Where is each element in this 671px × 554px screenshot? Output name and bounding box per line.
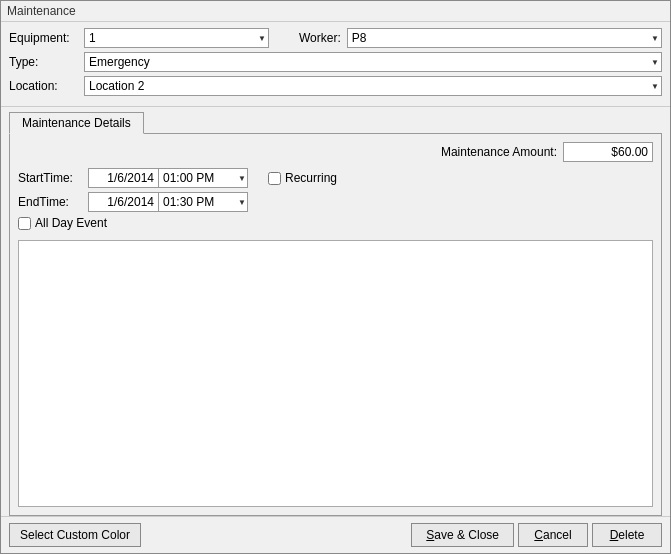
tab-maintenance-details[interactable]: Maintenance Details <box>9 112 144 134</box>
equipment-label: Equipment: <box>9 31 84 45</box>
type-label: Type: <box>9 55 84 69</box>
tab-label: Maintenance Details <box>22 116 131 130</box>
end-time-row: EndTime: 01:30 PM ▼ <box>18 192 653 212</box>
end-time-wrapper: 01:30 PM ▼ <box>158 192 248 212</box>
cancel-label: Cancel <box>534 528 571 542</box>
end-date-input[interactable] <box>88 192 158 212</box>
delete-button[interactable]: Delete <box>592 523 662 547</box>
save-close-label: Save & Close <box>426 528 499 542</box>
custom-color-label: Select Custom Color <box>20 528 130 542</box>
amount-input[interactable] <box>563 142 653 162</box>
worker-select[interactable]: P8 <box>347 28 662 48</box>
notes-textarea[interactable] <box>18 240 653 507</box>
bottom-right-buttons: Save & Close Cancel Delete <box>411 523 662 547</box>
form-area: Equipment: 1 ▼ Worker: P8 ▼ <box>1 22 670 107</box>
worker-select-wrapper: P8 ▼ <box>347 28 662 48</box>
all-day-label: All Day Event <box>35 216 107 230</box>
equipment-select[interactable]: 1 <box>84 28 269 48</box>
save-close-button[interactable]: Save & Close <box>411 523 514 547</box>
type-row: Type: Emergency ▼ <box>9 52 662 72</box>
start-time-wrapper: 01:00 PM ▼ <box>158 168 248 188</box>
custom-color-button[interactable]: Select Custom Color <box>9 523 141 547</box>
recurring-checkbox[interactable] <box>268 172 281 185</box>
main-window: Maintenance Equipment: 1 ▼ Worker: <box>0 0 671 554</box>
location-select[interactable]: Location 2 <box>84 76 662 96</box>
location-row: Location: Location 2 ▼ <box>9 76 662 96</box>
all-day-checkbox[interactable] <box>18 217 31 230</box>
window-title: Maintenance <box>1 1 670 22</box>
equipment-worker-row: Equipment: 1 ▼ Worker: P8 ▼ <box>9 28 662 48</box>
bottom-bar: Select Custom Color Save & Close Cancel … <box>1 516 670 553</box>
equipment-select-wrapper: 1 ▼ <box>84 28 269 48</box>
start-time-row: StartTime: 01:00 PM ▼ Recurring <box>18 168 653 188</box>
recurring-label: Recurring <box>285 171 337 185</box>
end-time-select[interactable]: 01:30 PM <box>158 192 248 212</box>
maintenance-amount-row: Maintenance Amount: <box>18 142 653 162</box>
end-time-label: EndTime: <box>18 195 88 209</box>
location-select-wrapper: Location 2 ▼ <box>84 76 662 96</box>
type-select-wrapper: Emergency ▼ <box>84 52 662 72</box>
worker-label: Worker: <box>299 31 341 45</box>
start-date-input[interactable] <box>88 168 158 188</box>
title-text: Maintenance <box>7 4 76 18</box>
start-time-select[interactable]: 01:00 PM <box>158 168 248 188</box>
type-select[interactable]: Emergency <box>84 52 662 72</box>
all-day-row: All Day Event <box>18 216 653 230</box>
delete-label: Delete <box>610 528 645 542</box>
location-label: Location: <box>9 79 84 93</box>
cancel-button[interactable]: Cancel <box>518 523 588 547</box>
tab-content: Maintenance Amount: StartTime: 01:00 PM … <box>9 133 662 516</box>
start-time-label: StartTime: <box>18 171 88 185</box>
amount-label: Maintenance Amount: <box>441 145 557 159</box>
tab-container: Maintenance Details Maintenance Amount: … <box>9 111 662 516</box>
recurring-wrapper: Recurring <box>268 171 337 185</box>
tab-header: Maintenance Details <box>9 111 662 133</box>
